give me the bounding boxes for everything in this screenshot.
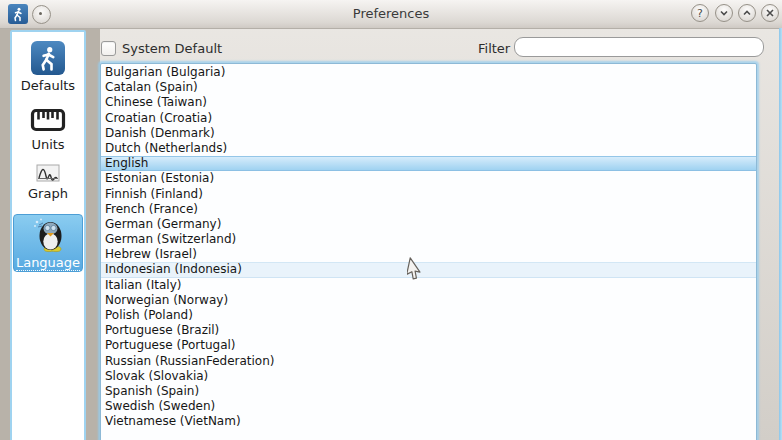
list-item[interactable]: English	[101, 156, 756, 171]
list-item[interactable]: Catalan (Spain)	[101, 80, 756, 95]
shade-button[interactable]	[715, 4, 733, 22]
list-item[interactable]: Russian (RussianFederation)	[101, 354, 756, 369]
titlebar[interactable]: Preferences ?	[0, 0, 782, 29]
list-item[interactable]: French (France)	[101, 202, 756, 217]
filter-input[interactable]	[514, 37, 764, 57]
list-item[interactable]: German (Switzerland)	[101, 232, 756, 247]
close-button[interactable]	[761, 4, 779, 22]
sidebar-item-language[interactable]: Language	[13, 214, 83, 272]
graph-icon	[36, 164, 60, 183]
list-item[interactable]: Norwegian (Norway)	[101, 293, 756, 308]
ruler-icon	[30, 106, 66, 134]
sidebar-item-label: Language	[16, 255, 80, 271]
list-item[interactable]: Estonian (Estonia)	[101, 171, 756, 186]
sidebar-item-graph[interactable]: Graph	[28, 164, 68, 201]
chevron-down-icon	[719, 8, 729, 18]
sidebar-item-units[interactable]: Units	[30, 106, 66, 152]
sidebar-background: Defaults Units	[0, 29, 100, 440]
help-button[interactable]: ?	[691, 4, 709, 22]
list-item[interactable]: Polish (Poland)	[101, 308, 756, 323]
chevron-up-icon	[742, 8, 752, 18]
list-item[interactable]: German (Germany)	[101, 217, 756, 232]
list-item[interactable]: Swedish (Sweden)	[101, 399, 756, 414]
list-item[interactable]: Hebrew (Israel)	[101, 247, 756, 262]
list-item[interactable]: Portuguese (Portugal)	[101, 338, 756, 353]
filter-label: Filter	[478, 41, 510, 56]
list-item[interactable]: Bulgarian (Bulgaria)	[101, 65, 756, 80]
language-list[interactable]: Bulgarian (Bulgaria)Catalan (Spain)Chine…	[100, 63, 757, 440]
list-item[interactable]: Vietnamese (VietNam)	[101, 414, 756, 429]
system-default-label: System Default	[122, 41, 222, 56]
list-item[interactable]: Indonesian (Indonesia)	[101, 262, 756, 277]
list-item[interactable]: Chinese (Taiwan)	[101, 95, 756, 110]
window-title: Preferences	[0, 6, 782, 21]
preferences-dialog: Preferences ?	[0, 0, 782, 440]
list-item[interactable]: Finnish (Finland)	[101, 187, 756, 202]
list-item[interactable]: Dutch (Netherlands)	[101, 141, 756, 156]
sidebar-item-label: Graph	[28, 186, 68, 201]
hiker-icon	[31, 41, 65, 75]
sidebar-item-defaults[interactable]: Defaults	[21, 41, 75, 93]
tux-penguin-icon	[29, 216, 67, 254]
sidebar-item-label: Defaults	[21, 78, 75, 93]
list-item[interactable]: Portuguese (Brazil)	[101, 323, 756, 338]
list-item[interactable]: Italian (Italy)	[101, 278, 756, 293]
list-item[interactable]: Slovak (Slovakia)	[101, 369, 756, 384]
system-default-checkbox[interactable]	[101, 41, 116, 56]
sidebar-item-label: Units	[31, 137, 64, 152]
list-item[interactable]: Croatian (Croatia)	[101, 111, 756, 126]
list-item[interactable]: Spanish (Spain)	[101, 384, 756, 399]
list-item[interactable]: Danish (Denmark)	[101, 126, 756, 141]
unshade-button[interactable]	[738, 4, 756, 22]
sidebar-category-list[interactable]: Defaults Units	[10, 30, 86, 440]
close-icon	[765, 8, 775, 18]
help-icon: ?	[697, 7, 703, 20]
